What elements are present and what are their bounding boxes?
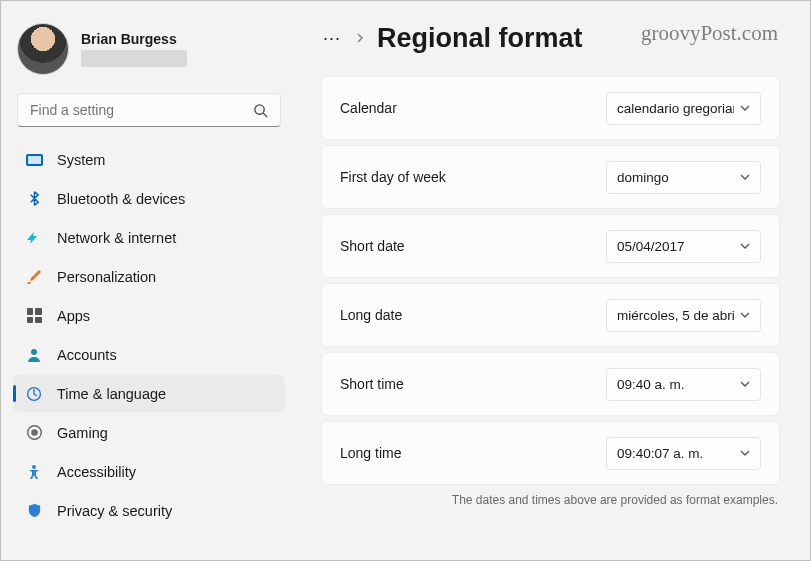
select-value: domingo bbox=[617, 170, 669, 185]
select-short-date[interactable]: 05/04/2017 bbox=[606, 230, 761, 263]
sidebar: Brian Burgess System Bluetooth & devices bbox=[1, 1, 293, 560]
avatar bbox=[17, 23, 69, 75]
globe-clock-icon bbox=[25, 385, 43, 403]
svg-point-5 bbox=[31, 430, 36, 435]
breadcrumb: ··· Regional format bbox=[321, 23, 780, 54]
card-long-time: Long time 09:40:07 a. m. bbox=[321, 421, 780, 485]
shield-icon bbox=[25, 502, 43, 520]
sidebar-item-system[interactable]: System bbox=[13, 141, 285, 178]
sidebar-item-accessibility[interactable]: Accessibility bbox=[13, 453, 285, 490]
accessibility-icon bbox=[25, 463, 43, 481]
card-label: Long date bbox=[340, 307, 402, 323]
sidebar-item-label: Accounts bbox=[57, 347, 117, 363]
select-value: miércoles, 5 de abril de 2017 bbox=[617, 308, 734, 323]
profile-block[interactable]: Brian Burgess bbox=[13, 19, 285, 93]
sidebar-item-personalization[interactable]: Personalization bbox=[13, 258, 285, 295]
card-label: First day of week bbox=[340, 169, 446, 185]
select-value: 05/04/2017 bbox=[617, 239, 685, 254]
svg-point-2 bbox=[31, 349, 37, 355]
card-short-time: Short time 09:40 a. m. bbox=[321, 352, 780, 416]
sidebar-item-label: Privacy & security bbox=[57, 503, 172, 519]
select-value: 09:40 a. m. bbox=[617, 377, 685, 392]
chevron-down-icon bbox=[740, 379, 750, 389]
card-label: Short date bbox=[340, 238, 405, 254]
card-calendar: Calendar calendario gregoriano bbox=[321, 76, 780, 140]
sidebar-item-bluetooth[interactable]: Bluetooth & devices bbox=[13, 180, 285, 217]
card-label: Short time bbox=[340, 376, 404, 392]
profile-name: Brian Burgess bbox=[81, 31, 187, 47]
svg-point-6 bbox=[32, 465, 36, 469]
svg-line-1 bbox=[263, 113, 267, 117]
svg-point-0 bbox=[255, 104, 264, 113]
search-box[interactable] bbox=[17, 93, 281, 127]
breadcrumb-ellipsis[interactable]: ··· bbox=[321, 28, 343, 49]
sidebar-item-label: Gaming bbox=[57, 425, 108, 441]
select-first-day[interactable]: domingo bbox=[606, 161, 761, 194]
page-title: Regional format bbox=[377, 23, 583, 54]
card-label: Calendar bbox=[340, 100, 397, 116]
sidebar-item-label: Bluetooth & devices bbox=[57, 191, 185, 207]
sidebar-item-network[interactable]: Network & internet bbox=[13, 219, 285, 256]
search-icon bbox=[253, 103, 268, 118]
sidebar-item-accounts[interactable]: Accounts bbox=[13, 336, 285, 373]
search-input[interactable] bbox=[30, 102, 243, 118]
footnote: The dates and times above are provided a… bbox=[321, 493, 778, 507]
sidebar-item-label: Time & language bbox=[57, 386, 166, 402]
sidebar-item-gaming[interactable]: Gaming bbox=[13, 414, 285, 451]
select-short-time[interactable]: 09:40 a. m. bbox=[606, 368, 761, 401]
profile-email-redacted bbox=[81, 50, 187, 67]
card-label: Long time bbox=[340, 445, 401, 461]
gaming-icon bbox=[25, 424, 43, 442]
sidebar-item-label: Accessibility bbox=[57, 464, 136, 480]
sidebar-item-label: Network & internet bbox=[57, 230, 176, 246]
sidebar-item-label: Personalization bbox=[57, 269, 156, 285]
bluetooth-icon bbox=[25, 190, 43, 208]
select-long-date[interactable]: miércoles, 5 de abril de 2017 bbox=[606, 299, 761, 332]
content-area: groovyPost.com ··· Regional format Calen… bbox=[293, 1, 810, 560]
sidebar-item-label: Apps bbox=[57, 308, 90, 324]
chevron-down-icon bbox=[740, 172, 750, 182]
chevron-down-icon bbox=[740, 241, 750, 251]
select-calendar[interactable]: calendario gregoriano bbox=[606, 92, 761, 125]
accounts-icon bbox=[25, 346, 43, 364]
settings-cards: Calendar calendario gregoriano First day… bbox=[321, 76, 780, 485]
wifi-icon bbox=[25, 229, 43, 247]
card-short-date: Short date 05/04/2017 bbox=[321, 214, 780, 278]
card-long-date: Long date miércoles, 5 de abril de 2017 bbox=[321, 283, 780, 347]
chevron-right-icon bbox=[355, 32, 365, 46]
sidebar-item-time-language[interactable]: Time & language bbox=[13, 375, 285, 412]
paintbrush-icon bbox=[25, 268, 43, 286]
system-icon bbox=[25, 151, 43, 169]
chevron-down-icon bbox=[740, 310, 750, 320]
apps-icon bbox=[25, 307, 43, 325]
select-value: calendario gregoriano bbox=[617, 101, 734, 116]
sidebar-item-apps[interactable]: Apps bbox=[13, 297, 285, 334]
sidebar-item-privacy[interactable]: Privacy & security bbox=[13, 492, 285, 529]
select-long-time[interactable]: 09:40:07 a. m. bbox=[606, 437, 761, 470]
chevron-down-icon bbox=[740, 448, 750, 458]
card-first-day: First day of week domingo bbox=[321, 145, 780, 209]
sidebar-nav: System Bluetooth & devices Network & int… bbox=[13, 141, 285, 529]
sidebar-item-label: System bbox=[57, 152, 105, 168]
settings-window: Brian Burgess System Bluetooth & devices bbox=[0, 0, 811, 561]
chevron-down-icon bbox=[740, 103, 750, 113]
select-value: 09:40:07 a. m. bbox=[617, 446, 703, 461]
